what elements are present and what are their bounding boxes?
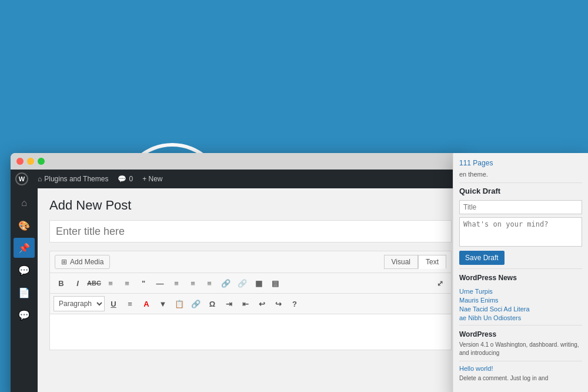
add-media-icon: ⊞ (61, 258, 67, 266)
admin-bar: W ⌂ Plugins and Themes 💬 0 + New (11, 170, 463, 188)
paragraph-format-select[interactable]: Paragraph Heading 1 Heading 2 (54, 296, 105, 311)
sidebar-icon-pages[interactable]: 📄 (14, 283, 35, 303)
align-center-button[interactable]: ≡ (185, 275, 201, 291)
right-panel-inner: 111 Pages en theme. Quick Draft Save Dra… (453, 153, 588, 388)
tab-text[interactable]: Text (418, 255, 446, 269)
wp-news-section: WordPress (459, 330, 582, 338)
toolbar-toggle-button[interactable]: ▤ (268, 275, 283, 291)
sidebar-icon-comments[interactable]: 💬 (14, 260, 35, 280)
news-item-3[interactable]: Nae Tacid Soci Ad Litera (459, 305, 582, 313)
theme-text: en theme. (459, 171, 582, 178)
comment-icon: 💬 (118, 175, 126, 183)
home-icon: ⌂ (38, 175, 42, 183)
pages-link[interactable]: 111 Pages (459, 159, 582, 167)
editor-content[interactable] (50, 314, 451, 350)
unlink-button[interactable]: 🔗 (235, 275, 250, 291)
news-item-2[interactable]: Mauris Enims (459, 297, 582, 304)
hello-world-link[interactable]: Hello world! (459, 365, 582, 372)
news-section-title: WordPress News (459, 274, 582, 282)
quick-draft-title-input[interactable] (459, 200, 582, 214)
page-title: Add New Post (49, 198, 452, 213)
browser-titlebar (11, 153, 463, 170)
right-panel: 111 Pages en theme. Quick Draft Save Dra… (453, 153, 588, 392)
quick-draft-content-input[interactable] (459, 217, 582, 247)
text-color-button[interactable]: A (139, 296, 154, 311)
sidebar-icon-plugins[interactable]: 📌 (14, 238, 35, 258)
close-button[interactable] (16, 158, 24, 165)
minimize-button[interactable] (27, 158, 34, 165)
align-right-button[interactable]: ≡ (202, 275, 217, 291)
toolbar-row-1: B I ABC ≡ ≡ " — ≡ ≡ ≡ 🔗 🔗 ▦ ▤ ⤢ (50, 273, 451, 294)
link-button[interactable]: 🔗 (218, 275, 233, 291)
sidebar-icon-appearance[interactable]: 🎨 (14, 215, 35, 235)
ul-button[interactable]: ≡ (103, 275, 118, 291)
special-chars-button[interactable]: Ω (205, 296, 220, 311)
quick-draft-title: Quick Draft (459, 187, 582, 195)
paste-text-button[interactable]: 📋 (172, 296, 187, 311)
italic-button[interactable]: I (70, 275, 85, 291)
save-draft-button[interactable]: Save Draft (459, 251, 505, 265)
hello-world-text: Delete a comment. Just log in and (459, 374, 582, 383)
underline-button[interactable]: U (106, 296, 121, 311)
redo-button[interactable]: ↪ (270, 296, 286, 311)
blockquote-button[interactable]: " (136, 275, 151, 291)
sidebar: ⌂ 🎨 📌 💬 📄 💬 (11, 188, 38, 392)
tab-visual[interactable]: Visual (384, 255, 418, 269)
editor-container: ⊞ Add Media Visual Text B I ABC ≡ ≡ " (49, 251, 452, 350)
text-color-picker-button[interactable]: ▼ (155, 296, 171, 311)
sidebar-icon-home[interactable]: ⌂ (14, 193, 35, 213)
editor-tabs: Visual Text (384, 255, 446, 269)
add-media-button[interactable]: ⊞ Add Media (55, 255, 110, 269)
undo-button[interactable]: ↩ (254, 296, 269, 311)
editor-top-bar: ⊞ Add Media Visual Text (50, 251, 451, 273)
news-item-4[interactable]: ae Nibh Un Odiosters (459, 314, 582, 321)
maximize-button[interactable] (38, 158, 45, 165)
post-title-input[interactable] (49, 220, 452, 242)
post-editor: Add New Post ⊞ Add Media Visual Text (38, 188, 463, 392)
fullscreen-button[interactable]: ⤢ (432, 275, 447, 291)
browser-window: W ⌂ Plugins and Themes 💬 0 + New ⌂ 🎨 📌 💬… (11, 153, 463, 392)
bold-button[interactable]: B (54, 275, 69, 291)
sidebar-icon-feedback[interactable]: 💬 (14, 305, 35, 325)
hr-button[interactable]: — (152, 275, 168, 291)
toolbar-row-2: Paragraph Heading 1 Heading 2 U ≡ A ▼ 📋 … (50, 294, 451, 314)
outdent-button[interactable]: ⇤ (238, 296, 253, 311)
strikethrough-button[interactable]: ABC (86, 275, 102, 291)
site-name[interactable]: ⌂ Plugins and Themes (38, 175, 108, 183)
wp-news-text: Version 4.1 o Washington, dashboard. wri… (459, 341, 582, 357)
paste-word-button[interactable]: 🔗 (188, 296, 203, 311)
help-button[interactable]: ? (287, 296, 302, 311)
new-item[interactable]: + New (142, 175, 162, 183)
align-left-button[interactable]: ≡ (169, 275, 184, 291)
content-area: ⌂ 🎨 📌 💬 📄 💬 Add New Post ⊞ Add Media Vis (11, 188, 463, 392)
justify-button[interactable]: ≡ (122, 296, 138, 311)
indent-button[interactable]: ⇥ (221, 296, 236, 311)
insert-table-button[interactable]: ▦ (251, 275, 266, 291)
news-items: Urne Turpis Mauris Enims Nae Tacid Soci … (459, 288, 582, 321)
wp-admin-logo[interactable]: W (15, 172, 28, 185)
ol-button[interactable]: ≡ (119, 275, 135, 291)
comments-item[interactable]: 💬 0 (118, 175, 133, 183)
news-item-1[interactable]: Urne Turpis (459, 288, 582, 295)
